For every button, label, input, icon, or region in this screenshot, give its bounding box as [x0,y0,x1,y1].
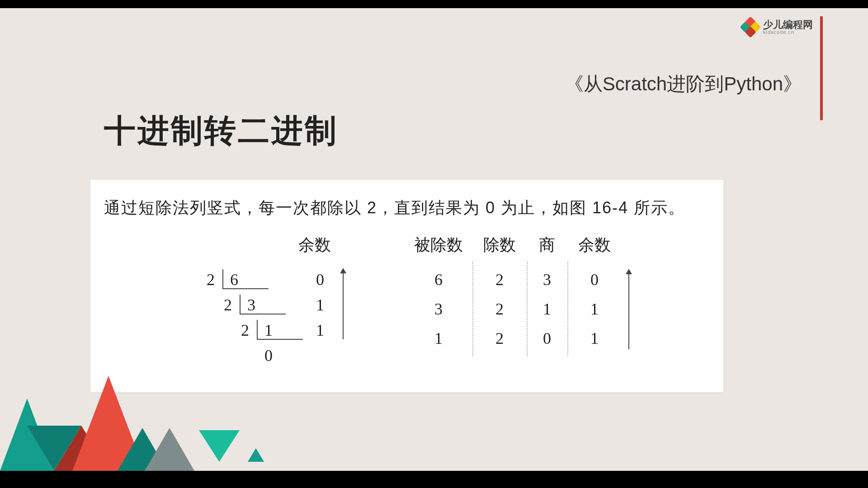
dividend-1: 6 [227,270,241,289]
triangle-icon [145,428,194,471]
cell-r1c2: 2 [484,270,515,289]
th-dividend: 被除数 [407,234,470,256]
arrow-up-icon [628,270,629,349]
cell-r2c2: 2 [484,300,515,319]
remainder-header: 余数 [298,234,331,256]
dividend-2: 3 [244,296,259,314]
th-divisor: 除数 [475,234,524,256]
division-table: 被除数 除数 商 余数 6 2 3 0 3 2 1 1 1 2 0 1 [407,234,687,370]
logo-domain: kidscode.cn [763,30,813,35]
remainder-2: 1 [313,296,327,314]
cell-r1c1: 6 [423,270,454,289]
series-title: 《从Scratch进阶到Python》 [565,71,802,97]
final-quotient: 0 [261,346,276,365]
content-panel: 通过短除法列竖式，每一次都除以 2，直到结果为 0 为止，如图 16-4 所示。… [90,180,723,392]
triangle-icon [248,448,264,462]
remainder-3: 1 [313,321,327,340]
explanation-text: 通过短除法列竖式，每一次都除以 2，直到结果为 0 为止，如图 16-4 所示。 [104,197,685,219]
th-remainder: 余数 [570,234,619,256]
cell-r2c3: 1 [531,300,563,319]
col-sep-1 [472,261,473,356]
page-title: 十进制转二进制 [104,110,338,152]
divisor-1: 2 [203,270,218,289]
cell-r3c4: 1 [579,329,610,348]
dividend-3: 1 [261,321,276,340]
arrow-up-icon [343,269,344,339]
decorative-shapes [0,367,271,471]
cell-r1c3: 3 [531,270,563,289]
cell-r2c1: 3 [423,300,454,319]
logo-text: 少儿编程网 kidscode.cn [763,20,813,35]
cell-r2c4: 1 [579,300,610,319]
divisor-3: 2 [238,321,252,340]
short-division-diagram: 余数 2 6 0 2 3 1 2 1 1 0 [203,234,407,379]
slide: 少儿编程网 kidscode.cn 《从Scratch进阶到Python》 十进… [0,8,868,471]
logo: 少儿编程网 kidscode.cn [741,18,813,36]
divisor-2: 2 [221,296,235,314]
triangle-icon [199,430,240,462]
col-sep-2 [527,261,528,356]
th-quotient: 商 [529,234,565,256]
cell-r3c3: 0 [531,329,563,348]
accent-bar [820,16,823,120]
logo-name: 少儿编程网 [763,20,813,30]
cell-r3c1: 1 [423,329,454,348]
logo-icon [741,18,760,36]
cell-r3c2: 2 [484,329,515,348]
cell-r1c4: 0 [579,270,610,289]
col-sep-3 [567,261,568,356]
remainder-1: 0 [313,270,327,289]
